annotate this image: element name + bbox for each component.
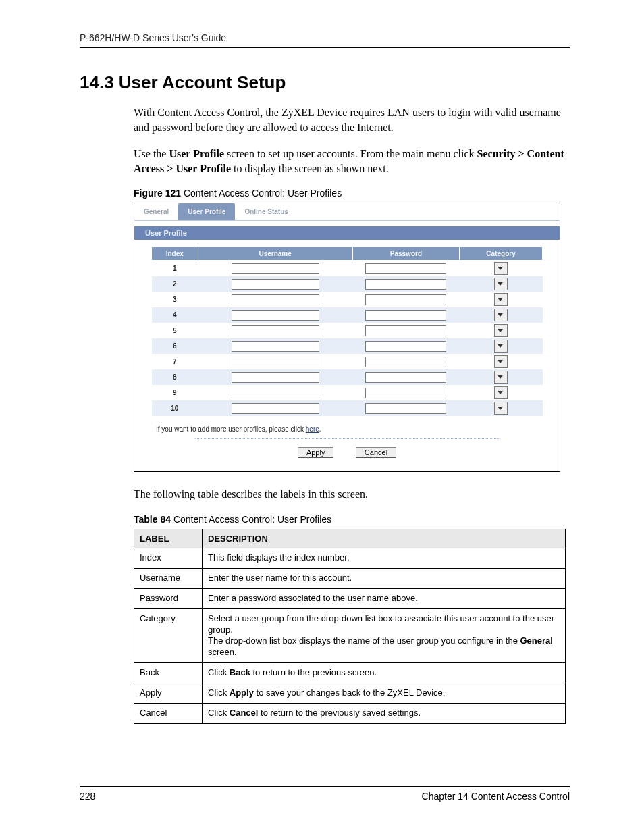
username-cell — [198, 307, 352, 323]
username-input[interactable] — [232, 341, 319, 352]
index-cell: 4 — [152, 307, 198, 323]
add-more-link[interactable]: here — [306, 425, 319, 433]
category-dropdown[interactable] — [494, 324, 508, 337]
username-cell — [198, 354, 352, 369]
password-cell — [352, 354, 459, 369]
index-cell: 5 — [152, 323, 198, 338]
table-row: 9 — [152, 385, 543, 400]
cell-desc: This field displays the index number. — [203, 548, 566, 568]
cancel-button[interactable]: Cancel — [356, 447, 396, 458]
cell-label: Index — [134, 548, 203, 568]
table-row: 4 — [152, 307, 543, 323]
username-input[interactable] — [232, 388, 319, 398]
index-cell: 1 — [152, 261, 198, 277]
password-input[interactable] — [365, 263, 446, 274]
table-row: Cancel Click Cancel to return to the pre… — [134, 703, 566, 723]
username-cell — [198, 292, 352, 307]
add-note-a: If you want to add more user profiles, p… — [156, 425, 306, 433]
username-input[interactable] — [232, 294, 319, 305]
cell-label: Username — [134, 568, 203, 588]
d-post: to save your changes back to the ZyXEL D… — [254, 687, 446, 698]
index-cell: 10 — [152, 400, 198, 416]
category-dropdown[interactable] — [494, 340, 508, 353]
username-cell — [198, 276, 352, 292]
category-dropdown[interactable] — [494, 371, 508, 384]
table-row: Password Enter a password associated to … — [134, 588, 566, 608]
cell-desc: Select a user group from the drop-down l… — [203, 608, 566, 663]
username-input[interactable] — [232, 310, 319, 321]
username-input[interactable] — [232, 325, 319, 336]
password-cell — [352, 385, 459, 400]
table-title: Content Access Control: User Profiles — [171, 514, 331, 525]
page-footer: 228 Chapter 14 Content Access Control — [80, 786, 570, 802]
d-pre: Click — [208, 687, 230, 698]
category-cell — [460, 400, 543, 416]
username-input[interactable] — [232, 263, 319, 274]
category-cell — [460, 369, 543, 385]
category-dropdown[interactable] — [494, 355, 508, 368]
table-row: Back Click Back to return to the previou… — [134, 663, 566, 683]
table-row: Apply Click Apply to save your changes b… — [134, 683, 566, 704]
category-dropdown[interactable] — [494, 278, 508, 290]
category-cell — [460, 276, 543, 292]
category-cell — [460, 261, 543, 277]
panel-title: User Profile — [134, 226, 560, 240]
cell-label: Cancel — [134, 703, 203, 723]
password-input[interactable] — [365, 325, 446, 336]
password-input[interactable] — [365, 294, 446, 305]
password-input[interactable] — [365, 403, 446, 414]
username-input[interactable] — [232, 372, 319, 383]
figure-number: Figure 121 — [134, 188, 181, 199]
password-input[interactable] — [365, 310, 446, 321]
add-more-note: If you want to add more user profiles, p… — [156, 425, 560, 433]
category-dropdown[interactable] — [494, 309, 508, 321]
index-cell: 2 — [152, 276, 198, 292]
table-row: 2 — [152, 276, 543, 292]
p2-text-a: Use the — [134, 148, 169, 159]
d-bold: Cancel — [230, 708, 259, 718]
d-post: to return to the previous screen. — [250, 667, 377, 677]
col-password: Password — [352, 247, 459, 261]
tab-strip: General User Profile Online Status — [134, 203, 560, 221]
category-dropdown[interactable] — [494, 386, 508, 399]
user-profile-table: Index Username Password Category 1234567… — [151, 246, 543, 416]
category-dropdown[interactable] — [494, 262, 508, 275]
username-input[interactable] — [232, 357, 319, 367]
tab-general[interactable]: General — [134, 203, 178, 220]
section-heading: 14.3 User Account Setup — [80, 72, 570, 93]
username-cell — [198, 261, 352, 277]
tab-online-status[interactable]: Online Status — [235, 203, 297, 220]
password-input[interactable] — [365, 357, 446, 367]
table-row: 6 — [152, 338, 543, 354]
username-cell — [198, 400, 352, 416]
index-cell: 7 — [152, 354, 198, 369]
category-cell — [460, 354, 543, 369]
password-input[interactable] — [365, 341, 446, 352]
cat-line2: The drop-down list box displays the name… — [208, 635, 560, 658]
username-input[interactable] — [232, 403, 319, 414]
cell-label: Back — [134, 663, 203, 683]
index-cell: 3 — [152, 292, 198, 307]
page-number: 228 — [80, 791, 95, 802]
password-cell — [352, 400, 459, 416]
figure-caption: Figure 121 Content Access Control: User … — [134, 188, 570, 199]
username-cell — [198, 369, 352, 385]
category-dropdown[interactable] — [494, 293, 508, 306]
username-input[interactable] — [232, 279, 319, 290]
password-input[interactable] — [365, 372, 446, 383]
cell-desc: Enter a password associated to the user … — [203, 588, 566, 608]
password-input[interactable] — [365, 388, 446, 398]
table-row: Category Select a user group from the dr… — [134, 608, 566, 663]
apply-button[interactable]: Apply — [298, 447, 334, 458]
tab-user-profile[interactable]: User Profile — [178, 203, 235, 220]
category-cell — [460, 307, 543, 323]
category-dropdown[interactable] — [494, 402, 508, 415]
table-row: 8 — [152, 369, 543, 385]
post-figure-paragraph: The following table describes the labels… — [134, 487, 570, 502]
table-row: 3 — [152, 292, 543, 307]
table-row: 1 — [152, 261, 543, 277]
password-input[interactable] — [365, 279, 446, 290]
p2-bold-1: User Profile — [169, 148, 224, 159]
table-row: 7 — [152, 354, 543, 369]
index-cell: 8 — [152, 369, 198, 385]
